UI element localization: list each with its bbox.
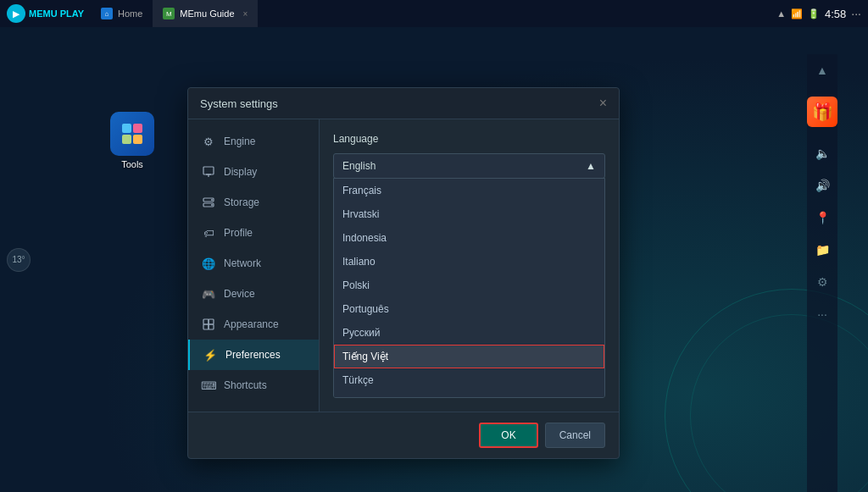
lang-option-turkce[interactable]: Türkçe	[334, 368, 604, 392]
dialog-titlebar: System settings ×	[188, 88, 619, 119]
app-logo[interactable]: ▶ MEMU PLAY	[0, 4, 91, 23]
dialog-close-button[interactable]: ×	[599, 97, 607, 110]
lang-option-hrvatski[interactable]: Hrvatski	[334, 202, 604, 226]
tab-home-label: Home	[118, 8, 142, 19]
svg-point-10	[211, 204, 213, 206]
svg-rect-11	[203, 319, 209, 324]
svg-rect-13	[203, 324, 209, 329]
nav-network-label: Network	[224, 257, 261, 269]
more-dots-icon[interactable]: ···	[813, 305, 832, 323]
lang-option-polski[interactable]: Polski	[334, 274, 604, 297]
signal-icon: 📶	[791, 8, 803, 19]
svg-rect-14	[209, 324, 214, 329]
nav-item-shortcuts[interactable]: ⌨ Shortcuts	[188, 370, 319, 401]
cancel-button[interactable]: Cancel	[545, 423, 605, 448]
dialog-title: System settings	[200, 97, 278, 110]
wifi-sidebar-icon[interactable]: ▲	[813, 61, 832, 80]
nav-storage-label: Storage	[224, 196, 259, 208]
logo-icon: ▶	[7, 4, 25, 23]
time-display: 4:58	[825, 8, 846, 20]
tab-guide-label: MEmu Guide	[180, 8, 234, 19]
lang-option-russian[interactable]: Русский	[334, 321, 604, 345]
settings-dialog: System settings × ⚙ Engine	[187, 87, 620, 459]
nav-item-appearance[interactable]: Appearance	[188, 309, 319, 340]
language-section-title: Language	[333, 133, 605, 145]
volume-up-icon[interactable]: 🔊	[813, 176, 832, 195]
nav-item-display[interactable]: Display	[188, 157, 319, 187]
location-icon[interactable]: 📍	[813, 208, 832, 227]
nav-item-engine[interactable]: ⚙ Engine	[188, 126, 319, 157]
nav-item-network[interactable]: 🌐 Network	[188, 248, 319, 279]
display-icon	[202, 165, 215, 179]
shortcuts-icon: ⌨	[202, 379, 215, 392]
nav-device-label: Device	[224, 288, 255, 300]
nav-profile-label: Profile	[224, 227, 253, 239]
nav-item-preferences[interactable]: ⚡ Preferences	[188, 340, 319, 370]
nav-item-device[interactable]: 🎮 Device	[188, 279, 319, 309]
settings-content: Language English ▲ Français Hrvatski Ind…	[320, 119, 619, 412]
tab-bar: ⌂ Home M MEmu Guide ×	[91, 0, 770, 27]
network-icon: 🌐	[202, 257, 215, 270]
tab-guide[interactable]: M MEmu Guide ×	[153, 0, 258, 27]
engine-icon: ⚙	[202, 135, 215, 148]
battery-icon: 🔋	[808, 8, 820, 19]
profile-icon: 🏷	[202, 226, 215, 240]
right-sidebar: ▲ 🎁 🔈 🔊 📍 📁 ⚙ ···	[807, 54, 837, 492]
desktop-area: Tools 13° ▲ 🎁 🔈 🔊 📍 📁 ⚙ ··· System setti…	[0, 27, 837, 492]
svg-point-9	[211, 199, 213, 201]
svg-rect-4	[203, 167, 214, 174]
gear-icon[interactable]: ⚙	[813, 273, 832, 291]
tab-home[interactable]: ⌂ Home	[91, 0, 153, 27]
storage-icon	[202, 196, 215, 209]
lang-option-indonesia[interactable]: Indonesia	[334, 226, 604, 250]
gift-icon[interactable]: 🎁	[807, 97, 837, 127]
lang-option-francais[interactable]: Français	[334, 179, 604, 202]
nav-engine-label: Engine	[224, 135, 255, 147]
lang-option-ukrainska[interactable]: Українська	[334, 392, 604, 398]
language-dropdown[interactable]: English ▲ Français Hrvatski Indonesia It…	[333, 153, 605, 398]
taskbar: ▶ MEMU PLAY ⌂ Home M MEmu Guide × ▲ 📶 🔋 …	[0, 0, 868, 27]
selected-language-label: English	[342, 160, 376, 172]
svg-rect-12	[209, 319, 214, 324]
language-dropdown-header[interactable]: English ▲	[333, 153, 605, 179]
language-list: Français Hrvatski Indonesia Italiano Pol…	[333, 178, 605, 398]
chevron-up-icon: ▲	[586, 160, 596, 172]
tab-home-favicon: ⌂	[101, 8, 113, 19]
settings-nav: ⚙ Engine Display	[188, 119, 320, 412]
lang-option-tieng-viet[interactable]: Tiếng Việt	[334, 345, 604, 368]
lang-option-portugues[interactable]: Português	[334, 297, 604, 321]
lang-option-italiano[interactable]: Italiano	[334, 250, 604, 274]
nav-item-profile[interactable]: 🏷 Profile	[188, 218, 319, 248]
volume-down-icon[interactable]: 🔈	[813, 144, 832, 163]
appearance-icon	[202, 318, 215, 331]
nav-shortcuts-label: Shortcuts	[224, 379, 267, 391]
nav-preferences-label: Preferences	[225, 349, 281, 361]
nav-item-storage[interactable]: Storage	[188, 187, 319, 218]
device-icon: 🎮	[202, 287, 215, 301]
tab-guide-close[interactable]: ×	[243, 9, 248, 19]
tab-guide-favicon: M	[163, 8, 175, 19]
wifi-icon: ▲	[776, 8, 786, 19]
taskbar-more-button[interactable]: ···	[851, 7, 861, 20]
taskbar-right: ▲ 📶 🔋 4:58 ···	[770, 7, 868, 20]
nav-display-label: Display	[224, 166, 257, 178]
desktop: ▶ MEMU PLAY ⌂ Home M MEmu Guide × ▲ 📶 🔋 …	[0, 0, 868, 492]
nav-appearance-label: Appearance	[224, 318, 279, 330]
logo-text: MEMU PLAY	[29, 8, 84, 19]
dialog-body: ⚙ Engine Display	[188, 119, 619, 412]
modal-overlay: System settings × ⚙ Engine	[0, 54, 807, 492]
preferences-icon: ⚡	[203, 348, 217, 362]
dialog-footer: OK Cancel	[188, 412, 619, 458]
ok-button[interactable]: OK	[479, 423, 537, 448]
folder-icon[interactable]: 📁	[813, 240, 832, 259]
